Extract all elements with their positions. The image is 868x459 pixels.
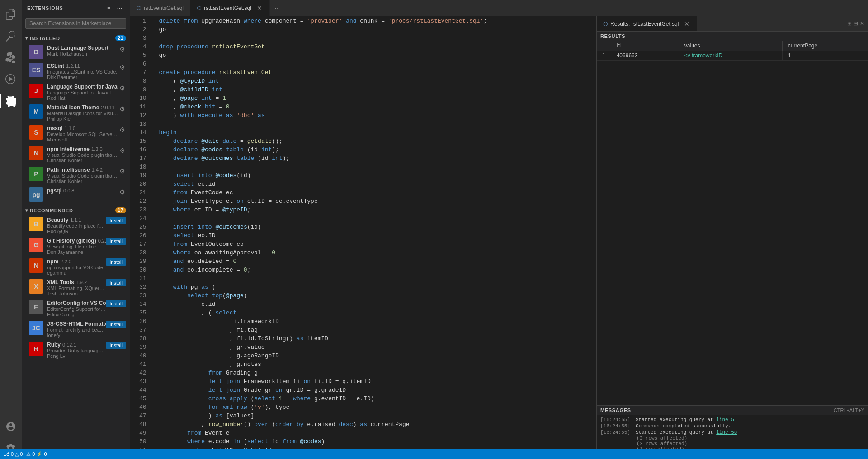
- ext-material-icon: M: [29, 104, 43, 119]
- ext-dust[interactable]: D Dust Language Support Mark Holtzhausen…: [22, 43, 130, 61]
- ext-mssql-name: mssql 1.1.0: [47, 125, 118, 131]
- ext-path-intellisense-gear[interactable]: ⚙: [118, 167, 126, 176]
- recommended-section-header[interactable]: ▾ RECOMMENDED 17: [22, 206, 130, 215]
- ext-path-intellisense[interactable]: P Path Intellisense 1.4.2 Visual Studio …: [22, 165, 130, 186]
- ext-pgsql-gear[interactable]: ⚙: [118, 187, 126, 197]
- sql-file-icon-active: ⬡: [197, 5, 201, 11]
- ext-xmltools-install[interactable]: Install: [106, 279, 126, 286]
- ext-material-actions: ⚙: [118, 104, 126, 113]
- ext-eslint-actions: ⚙: [118, 63, 126, 72]
- results-tab-close[interactable]: ✕: [683, 20, 690, 28]
- results-tab-bar: ⬡ Results: rstLastEventGet.sql ✕ ⊞ ⊟ ✕: [597, 16, 868, 32]
- results-tab-button[interactable]: ⬡ Results: rstLastEventGet.sql ✕: [597, 16, 697, 31]
- ext-npm-intellisense-actions: ⚙: [118, 146, 126, 155]
- ext-npm-install[interactable]: Install: [106, 258, 126, 266]
- ext-mssql-gear[interactable]: ⚙: [118, 125, 126, 134]
- ext-xmltools-icon: X: [29, 279, 43, 294]
- col-values: values: [679, 41, 782, 51]
- accounts-icon[interactable]: [0, 416, 22, 437]
- ext-jscsshtml-install[interactable]: Install: [106, 321, 126, 328]
- cell-values[interactable]: <v frameworkID: [679, 51, 782, 61]
- ext-java-gear[interactable]: ⚙: [118, 84, 126, 93]
- ext-mssql[interactable]: S mssql 1.1.0 Develop Microsoft SQL Serv…: [22, 123, 130, 144]
- code-editor: 12345 678910 1112131415 1617181920 21222…: [130, 16, 597, 459]
- recommended-section: ▾ RECOMMENDED 17 B Beautify 1.1.1 Beauti…: [22, 205, 130, 361]
- recommended-arrow: ▾: [25, 208, 28, 213]
- ext-java[interactable]: J Language Support for Java(T... 0.80.0 …: [22, 82, 130, 103]
- ext-eslint-gear[interactable]: ⚙: [118, 63, 126, 72]
- results-tab-icons: ⊞ ⊟ ✕: [844, 16, 868, 31]
- status-left: ⎇ 0 △ 0 ⚠ 0 ⚡ 0: [4, 451, 47, 457]
- tab-rstEventsGet[interactable]: ⬡ rstEventsGet.sql: [130, 0, 190, 16]
- ext-path-intellisense-actions: ⚙: [118, 167, 126, 176]
- more-actions-icon[interactable]: ···: [115, 4, 124, 13]
- ext-xmltools-actions: Install: [106, 279, 126, 286]
- ext-xmltools[interactable]: X XML Tools 1.9.2 XML Formatting, XQuery…: [22, 277, 130, 298]
- installed-arrow: ▾: [25, 36, 28, 41]
- ext-jscsshtml[interactable]: JC JS-CSS-HTML Formatter 2.2.3 Format ,p…: [22, 319, 130, 340]
- status-errors[interactable]: ⚠ 0 ⚡ 0: [26, 451, 47, 457]
- ext-java-name: Language Support for Java(T... 0.80.0: [47, 84, 118, 90]
- ext-editorconfig-install[interactable]: Install: [106, 300, 126, 307]
- ext-eslint[interactable]: ES ESLint 1.2.11 Integrates ESLint into …: [22, 61, 130, 82]
- extensions-icon[interactable]: [0, 90, 22, 112]
- ext-beautify-icon: B: [29, 217, 43, 231]
- explorer-icon[interactable]: [0, 4, 22, 25]
- ext-mssql-info: mssql 1.1.0 Develop Microsoft SQL Server…: [47, 125, 118, 142]
- results-icon-2[interactable]: ⊟: [854, 20, 858, 27]
- ext-eslint-name: ESLint 1.2.11: [47, 63, 118, 69]
- scm-icon[interactable]: [0, 47, 22, 69]
- debug-icon[interactable]: [0, 69, 22, 90]
- msg-rows-2: (3 rows affected): [600, 441, 864, 446]
- ext-java-actions: ⚙: [118, 84, 126, 93]
- ext-ruby[interactable]: R Ruby 0.12.1 Provides Ruby language and…: [22, 340, 130, 361]
- extensions-sidebar: EXTENSIONS ≡ ··· ▾ INSTALLED 21 D Dust L…: [22, 0, 130, 459]
- ext-eslint-icon: ES: [29, 63, 43, 77]
- ext-npm[interactable]: N npm 2.2.0 npm support for VS Code egam…: [22, 257, 130, 277]
- ext-beautify[interactable]: B Beautify 1.1.1 Beautify code in place …: [22, 215, 130, 236]
- ext-githistory[interactable]: G Git History (git log) 0.2.2 View git l…: [22, 236, 130, 257]
- installed-section-header[interactable]: ▾ INSTALLED 21: [22, 33, 130, 43]
- col-currentpage: currentPage: [782, 41, 868, 51]
- extensions-list: ▾ INSTALLED 21 D Dust Language Support M…: [22, 33, 130, 459]
- tab-rstLastEventGet[interactable]: ⬡ rstLastEventGet.sql ✕: [190, 0, 270, 16]
- line-numbers: 12345 678910 1112131415 1617181920 21222…: [130, 16, 152, 459]
- ext-githistory-icon: G: [29, 238, 43, 252]
- ext-npm-intellisense[interactable]: N npm Intellisense 1.3.0 Visual Studio C…: [22, 144, 130, 165]
- ext-dust-icon: D: [29, 45, 43, 59]
- msg-rows-1: (3 rows affected): [600, 436, 864, 441]
- editor-area: 12345 678910 1112131415 1617181920 21222…: [130, 16, 868, 459]
- ext-ruby-name: Ruby 0.12.1: [47, 342, 106, 348]
- ext-dust-actions: ⚙: [118, 45, 126, 54]
- status-git[interactable]: ⎇ 0 △ 0: [4, 451, 23, 457]
- extension-search-input[interactable]: [25, 18, 126, 29]
- ext-ruby-install[interactable]: Install: [106, 342, 126, 349]
- ext-material-gear[interactable]: ⚙: [118, 104, 126, 113]
- ext-beautify-install[interactable]: Install: [106, 217, 126, 224]
- ext-material-info: Material Icon Theme 2.0.11 Material Desi…: [47, 104, 118, 122]
- ext-githistory-actions: Install: [106, 238, 126, 245]
- col-rownum: [597, 41, 611, 51]
- ext-githistory-install[interactable]: Install: [106, 238, 126, 245]
- code-text[interactable]: delete from UpgradeHash where component …: [152, 16, 596, 459]
- ext-xmltools-info: XML Tools 1.9.2 XML Formatting, XQuery, …: [47, 279, 106, 296]
- tab-close-button[interactable]: ✕: [256, 5, 263, 12]
- ext-npm-icon: N: [29, 258, 43, 273]
- ext-npm-intellisense-gear[interactable]: ⚙: [118, 146, 126, 155]
- results-file-icon: ⬡: [603, 21, 608, 27]
- ext-jscsshtml-actions: Install: [106, 321, 126, 328]
- msg-line-3: [16:24:55] Started executing query at li…: [600, 429, 864, 436]
- results-icon-1[interactable]: ⊞: [847, 20, 852, 27]
- results-icon-3[interactable]: ✕: [860, 20, 864, 27]
- ext-npm-info: npm 2.2.0 npm support for VS Code egamma: [47, 258, 106, 276]
- ext-pgsql[interactable]: pg pgsql 0.0.8 ⚙: [22, 186, 130, 204]
- code-content[interactable]: 12345 678910 1112131415 1617181920 21222…: [130, 16, 596, 459]
- ext-editorconfig[interactable]: E EditorConfig for VS Code 0.9.4 EditorC…: [22, 298, 130, 319]
- tab-more-button[interactable]: ···: [270, 0, 282, 16]
- ext-dust-name: Dust Language Support: [47, 45, 118, 51]
- ext-material[interactable]: M Material Icon Theme 2.0.11 Material De…: [22, 103, 130, 123]
- ext-dust-gear[interactable]: ⚙: [118, 45, 126, 54]
- view-icon[interactable]: ≡: [104, 4, 113, 13]
- search-icon-activity[interactable]: [0, 25, 22, 47]
- table-row: 1 4069663 <v frameworkID 1: [597, 51, 868, 61]
